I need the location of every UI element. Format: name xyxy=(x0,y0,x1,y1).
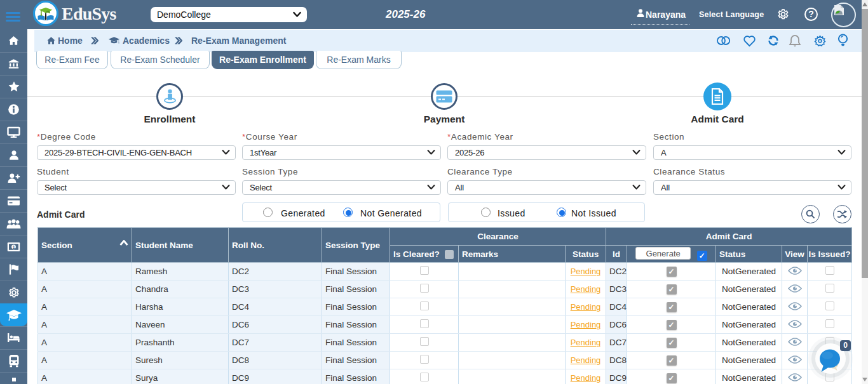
svg-text:1: 1 xyxy=(12,244,15,249)
